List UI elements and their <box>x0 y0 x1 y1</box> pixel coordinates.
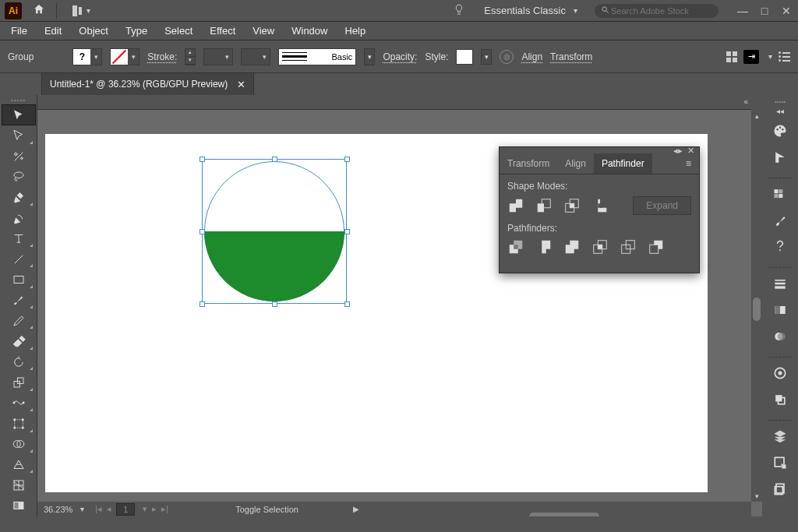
menu-type[interactable]: Type <box>118 23 155 39</box>
stroke-color-dropdown[interactable]: ▾ <box>110 48 139 65</box>
workspace-switcher[interactable]: Essentials Classic▾ <box>484 5 577 16</box>
exclude-button[interactable] <box>591 197 609 214</box>
pencil-tool[interactable] <box>2 311 35 330</box>
stroke-panel-icon[interactable] <box>769 273 791 294</box>
first-page-icon[interactable]: |◂ <box>95 504 102 514</box>
color-guide-panel-icon[interactable] <box>769 146 791 168</box>
line-tool[interactable] <box>2 249 35 269</box>
panel-tab-transform[interactable]: Transform <box>500 153 557 174</box>
intersect-button[interactable] <box>563 197 581 214</box>
menu-edit[interactable]: Edit <box>37 23 69 39</box>
last-page-icon[interactable]: ▸| <box>161 504 168 514</box>
discover-icon[interactable] <box>453 3 465 19</box>
type-tool[interactable] <box>2 228 35 248</box>
align-link[interactable]: Align <box>521 51 542 62</box>
magic-wand-tool[interactable] <box>2 146 35 166</box>
scroll-down-icon[interactable]: ▾ <box>751 492 762 500</box>
style-swatch[interactable] <box>456 49 473 65</box>
close-tab-icon[interactable]: ✕ <box>237 79 245 90</box>
mesh-tool[interactable] <box>2 475 35 495</box>
fill-dropdown[interactable]: ? ▾ <box>72 48 102 65</box>
collapse-dock-icon[interactable]: ◂◂ <box>776 107 784 115</box>
stroke-label[interactable]: Stroke: <box>147 51 177 62</box>
asset-export-panel-icon[interactable] <box>769 452 791 474</box>
appearance-panel-icon[interactable] <box>769 362 791 384</box>
gradient-panel-icon[interactable] <box>769 299 791 321</box>
panel-list-icon[interactable] <box>779 51 790 62</box>
divide-button[interactable] <box>507 238 524 255</box>
pen-tool[interactable] <box>2 188 35 207</box>
eraser-tool[interactable] <box>2 331 35 351</box>
crop-button[interactable] <box>591 238 609 255</box>
brush-tool[interactable] <box>2 291 35 310</box>
scroll-thumb-y[interactable] <box>753 298 761 321</box>
selection-bounds[interactable] <box>202 159 347 304</box>
minus-front-button[interactable] <box>535 197 553 214</box>
menu-effect[interactable]: Effect <box>202 23 243 39</box>
menu-window[interactable]: Window <box>284 23 335 39</box>
merge-button[interactable] <box>563 238 581 255</box>
brush-caret[interactable]: ▾ <box>364 48 375 65</box>
menu-view[interactable]: View <box>245 23 282 39</box>
vertical-scrollbar[interactable]: ▴ ▾ <box>751 95 762 502</box>
stroke-weight-stepper[interactable]: ▴▾ <box>185 48 196 65</box>
menu-help[interactable]: Help <box>337 23 373 39</box>
opacity-label[interactable]: Opacity: <box>383 51 417 62</box>
prev-page-icon[interactable]: ◂ <box>107 504 111 514</box>
curvature-tool[interactable] <box>2 208 35 227</box>
shape-builder-tool[interactable] <box>2 435 35 454</box>
pathfinder-panel[interactable]: ◂▸✕ Transform Align Pathfinder ≡ Shape M… <box>499 146 700 273</box>
transparency-panel-icon[interactable] <box>769 326 791 347</box>
lasso-tool[interactable] <box>2 167 35 186</box>
scroll-thumb-x[interactable] <box>529 513 599 517</box>
transform-link[interactable]: Transform <box>550 51 592 62</box>
stock-search[interactable] <box>595 4 719 18</box>
minimize-button[interactable]: — <box>736 5 750 17</box>
layers-panel-icon[interactable] <box>769 425 791 447</box>
isolate-caret[interactable]: ▾ <box>768 52 772 61</box>
panel-menu-icon[interactable]: ≡ <box>678 153 699 174</box>
close-button[interactable]: ✕ <box>779 5 793 17</box>
scroll-up-icon[interactable]: ▴ <box>751 112 762 120</box>
outline-button[interactable] <box>620 238 637 255</box>
style-caret[interactable]: ▾ <box>481 49 492 65</box>
expand-dock-icon[interactable]: « <box>743 97 748 106</box>
rectangle-tool[interactable] <box>2 270 35 289</box>
isolate-icon[interactable]: ⇥ <box>743 50 759 64</box>
status-play-icon[interactable]: ▶ <box>353 505 359 513</box>
graphic-styles-panel-icon[interactable] <box>769 389 791 410</box>
selection-tool[interactable] <box>2 105 35 125</box>
document-tab[interactable]: Untitled-1* @ 36.23% (RGB/GPU Preview) ✕ <box>42 73 254 95</box>
zoom-dropdown[interactable]: 36.23%▾ <box>37 505 90 514</box>
rotate-tool[interactable] <box>2 352 35 372</box>
menu-object[interactable]: Object <box>71 23 116 39</box>
panel-tab-align[interactable]: Align <box>557 153 594 174</box>
page-number-input[interactable]: 1 <box>116 503 135 516</box>
gradient-tool[interactable] <box>2 496 35 516</box>
free-transform-tool[interactable] <box>2 414 35 433</box>
artboards-panel-icon[interactable] <box>769 478 791 500</box>
arrange-docs-button[interactable]: ▾ <box>72 5 90 16</box>
stroke-profile-dropdown[interactable]: ▾ <box>241 48 270 65</box>
scale-tool[interactable] <box>2 372 35 392</box>
page-caret[interactable]: ▾ <box>143 504 147 514</box>
color-panel-icon[interactable] <box>769 120 791 142</box>
menu-file[interactable]: File <box>3 23 35 39</box>
recolor-icon[interactable]: ◍ <box>500 50 514 64</box>
brush-dropdown[interactable]: Basic <box>278 48 356 65</box>
direct-selection-tool[interactable] <box>2 125 35 145</box>
unite-button[interactable] <box>507 197 524 214</box>
brushes-panel-icon[interactable] <box>769 210 791 231</box>
home-icon[interactable] <box>30 3 48 19</box>
minus-back-button[interactable] <box>648 238 665 255</box>
perspective-tool[interactable] <box>2 455 35 474</box>
stock-search-input[interactable] <box>611 6 712 16</box>
trim-button[interactable] <box>535 238 553 255</box>
width-tool[interactable] <box>2 393 35 413</box>
symbols-panel-icon[interactable] <box>769 236 791 258</box>
maximize-button[interactable]: □ <box>757 5 772 17</box>
panel-tab-pathfinder[interactable]: Pathfinder <box>594 153 652 174</box>
next-page-icon[interactable]: ▸ <box>152 504 157 514</box>
swatches-panel-icon[interactable] <box>769 183 791 205</box>
stroke-weight-dropdown[interactable]: ▾ <box>203 48 233 65</box>
